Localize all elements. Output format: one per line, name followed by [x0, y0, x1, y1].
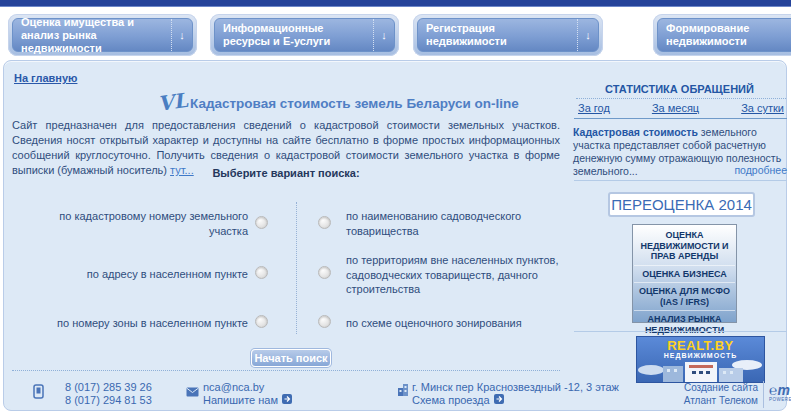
write-us-row: Напишите нам	[203, 394, 292, 407]
arrow-right-icon[interactable]	[282, 394, 292, 407]
phone-number-1: 8 (017) 285 39 26	[65, 381, 152, 394]
nav-button-valuation[interactable]: Оценка имущества и анализ рынка недвижим…	[8, 14, 197, 56]
nav-button-label: Регистрация недвижимости	[418, 22, 577, 48]
nav-button-label: Формирование недвижимости	[658, 22, 791, 48]
cadastre-site-page: Оценка имущества и анализ рынка недвижим…	[0, 0, 791, 414]
radio-address[interactable]	[255, 266, 268, 279]
building-icon	[397, 382, 409, 400]
site-credits: Создание сайта Атлант Телеком	[640, 381, 758, 407]
stats-separator	[576, 98, 786, 99]
email-icon	[186, 383, 199, 401]
stats-title: СТАТИСТИКА ОБРАЩЕНИЙ	[572, 83, 787, 95]
nav-button-registration-inner[interactable]: Регистрация недвижимости ↓	[417, 18, 599, 52]
page-title: Кадастровая стоимость земель Беларуси on…	[190, 96, 519, 111]
chevron-down-icon[interactable]: ↓	[577, 19, 598, 51]
nav-button-info-resources[interactable]: Информационные ресурсы и Е-услуги ↓	[210, 14, 399, 56]
footer-separator	[12, 370, 560, 371]
home-link[interactable]: На главную	[14, 72, 77, 84]
more-link[interactable]: подробнее	[573, 164, 787, 176]
email-address[interactable]: nca@nca.by	[203, 381, 264, 394]
nav-label-line1: Оценка имущества и	[21, 16, 134, 28]
radio-outside-settlements[interactable]	[318, 266, 331, 279]
stats-underline	[574, 118, 787, 119]
stats-links: За год За месяц За сутки	[578, 102, 784, 114]
nav-button-valuation-inner[interactable]: Оценка имущества и анализ рынка недвижим…	[12, 18, 193, 52]
start-search-button[interactable]: Начать поиск	[251, 349, 331, 367]
stats-link-year[interactable]: За год	[578, 102, 610, 114]
powered-text: POWERED	[769, 397, 791, 402]
nav-label-line1: Информационные	[223, 22, 323, 34]
stats-link-day[interactable]: За сутки	[741, 102, 784, 114]
phone-icon	[33, 384, 44, 403]
option-label-cadastral-number: по кадастровому номеру земельного участк…	[40, 209, 248, 239]
chevron-down-icon[interactable]: ↓	[373, 19, 394, 51]
realt-by-banner[interactable]: REALT.BY НЕДВИЖИМОСТЬ	[636, 336, 765, 383]
credit-line1: Создание сайта	[640, 381, 758, 394]
nav-button-formation[interactable]: Формирование недвижимости	[653, 14, 791, 56]
phone-number-2: 8 (017) 294 81 53	[65, 394, 152, 407]
address-text: г. Минск пер Краснозвездный -12, 3 этаж	[412, 381, 619, 394]
nav-label-line2: анализ рынка недвижимости	[21, 29, 102, 54]
chevron-down-icon[interactable]: ↓	[171, 19, 192, 51]
write-us-link[interactable]: Напишите нам	[203, 394, 278, 407]
option-label-zone-number: по номеру зоны в населенном пункте	[40, 316, 248, 331]
route-row: Схема проезда	[412, 394, 504, 407]
radio-cadastral-number[interactable]	[255, 216, 268, 229]
option-label-outside-settlements: по территориям вне населенных пунктов, с…	[346, 253, 564, 297]
em-logo: ℮m	[769, 383, 791, 397]
nav-button-formation-inner[interactable]: Формирование недвижимости	[657, 18, 791, 52]
site-logo-icon: VL	[156, 88, 189, 116]
top-navy-bar	[0, 0, 791, 7]
option-label-zoning-scheme: по схеме оценочного зонирования	[346, 316, 564, 331]
nav-label-line1: Формирование	[666, 22, 749, 34]
realt-subtitle: НЕДВИЖИМОСТЬ	[637, 352, 764, 360]
services-menu: ОЦЕНКА НЕДВИЖИМОСТИ И ПРАВ АРЕНДЫ ОЦЕНКА…	[632, 224, 737, 323]
options-divider	[296, 202, 297, 334]
nav-label-line1: Регистрация	[426, 22, 495, 34]
sidebar-divider	[574, 331, 787, 332]
powered-by-logo[interactable]: ℮m POWERED	[769, 383, 791, 402]
nav-button-info-resources-inner[interactable]: Информационные ресурсы и Е-услуги ↓	[214, 18, 395, 52]
nav-button-label: Информационные ресурсы и Е-услуги	[215, 22, 373, 48]
route-link[interactable]: Схема проезда	[412, 394, 490, 407]
service-item-property-valuation[interactable]: ОЦЕНКА НЕДВИЖИМОСТИ И ПРАВ АРЕНДЫ	[634, 227, 735, 265]
service-item-ifrs-valuation[interactable]: ОЦЕНКА ДЛЯ МСФО (IAS / IFRS)	[634, 282, 735, 310]
radio-zone-number[interactable]	[255, 315, 268, 328]
nav-button-registration[interactable]: Регистрация недвижимости ↓	[413, 14, 603, 56]
info-bold: Кадастровая стоимость	[573, 126, 698, 138]
sidebar-divider	[574, 180, 787, 181]
realt-title: REALT.BY	[637, 339, 764, 352]
arrow-right-icon[interactable]	[494, 394, 504, 407]
radio-zoning-scheme[interactable]	[318, 315, 331, 328]
nav-label-line2: ресурсы и Е-услуги	[223, 35, 330, 47]
service-item-market-analysis[interactable]: АНАЛИЗ РЫНКА НЕДВИЖИМОСТИ	[634, 310, 735, 338]
buildings-illustration	[637, 360, 764, 382]
revaluation-2014-banner[interactable]: ПЕРЕОЦЕНКА 2014	[608, 192, 755, 217]
nav-label-line2: недвижимости	[666, 35, 747, 47]
credit-line2[interactable]: Атлант Телеком	[640, 394, 758, 407]
service-item-business-valuation[interactable]: ОЦЕНКА БИЗНЕСА	[634, 265, 735, 283]
radio-gardening-association[interactable]	[318, 216, 331, 229]
search-prompt: Выберите вариант поиска:	[12, 167, 560, 179]
stats-link-month[interactable]: За месяц	[652, 102, 699, 114]
credits-divider	[763, 381, 764, 408]
nav-label-line2: недвижимости	[426, 35, 507, 47]
option-label-address: по адресу в населенном пункте	[40, 267, 248, 282]
option-label-gardening-association: по наименованию садоводческого товарищес…	[346, 209, 564, 239]
nav-button-label: Оценка имущества и анализ рынка недвижим…	[13, 16, 171, 55]
